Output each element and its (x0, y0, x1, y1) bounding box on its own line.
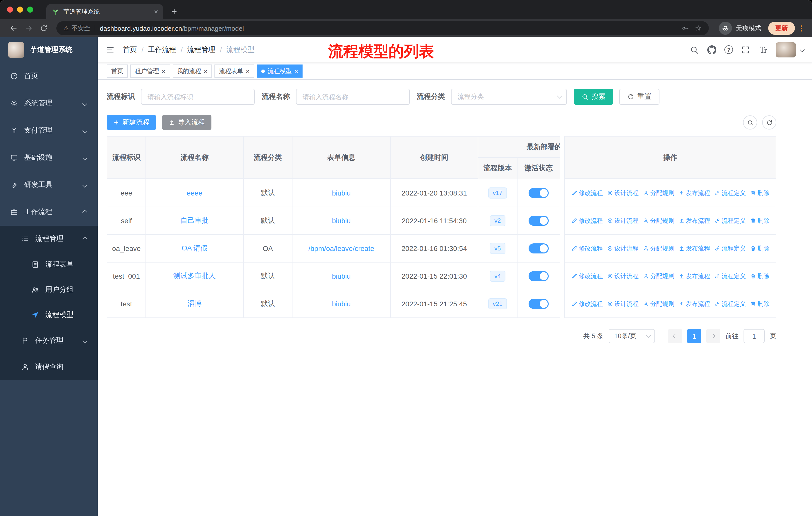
process-name-input[interactable] (296, 89, 410, 105)
action-design[interactable]: 设计流程 (607, 272, 639, 280)
help-button[interactable]: ? (724, 45, 733, 54)
action-delete[interactable]: 删除 (750, 244, 770, 253)
action-define[interactable]: 流程定义 (714, 216, 746, 225)
action-edit[interactable]: 修改流程 (571, 244, 603, 253)
sidebar-item-task-management[interactable]: 任务管理 (0, 328, 98, 354)
form-info-link[interactable]: biubiu (332, 272, 351, 280)
bookmark-star-icon[interactable]: ☆ (695, 24, 702, 33)
tagsview-tab[interactable]: 首页 (107, 64, 128, 78)
form-info-link[interactable]: biubiu (332, 189, 351, 197)
action-edit[interactable]: 修改流程 (571, 189, 603, 197)
action-publish[interactable]: 发布流程 (678, 300, 710, 308)
close-icon[interactable]: × (294, 68, 298, 74)
tagsview-tab[interactable]: 流程模型× (257, 64, 303, 78)
model-name-link[interactable]: 滔博 (187, 299, 202, 308)
action-delete[interactable]: 删除 (750, 216, 770, 225)
breadcrumb-item[interactable]: 工作流程 (148, 45, 176, 54)
action-assign[interactable]: 分配规则 (643, 189, 674, 197)
forward-button[interactable] (21, 24, 36, 33)
status-toggle[interactable] (529, 188, 549, 198)
sidebar-item-process-form[interactable]: 流程表单 (0, 252, 98, 277)
action-assign[interactable]: 分配规则 (643, 216, 674, 225)
sidebar-item-infrastructure[interactable]: 基础设施 (0, 144, 98, 171)
category-select[interactable]: 流程分类 (451, 89, 567, 105)
process-key-input[interactable] (141, 89, 255, 105)
status-toggle[interactable] (529, 216, 549, 226)
sidebar-logo[interactable]: 芋道管理系统 (0, 37, 98, 62)
sidebar-item-payment-management[interactable]: 支付管理 (0, 117, 98, 144)
update-button[interactable]: 更新 (768, 22, 795, 35)
github-button[interactable] (707, 45, 717, 54)
browser-tab[interactable]: 芋道管理系统 × (46, 4, 163, 19)
sidebar-item-process-management[interactable]: 流程管理 (0, 226, 98, 252)
action-define[interactable]: 流程定义 (714, 189, 746, 197)
action-design[interactable]: 设计流程 (607, 216, 639, 225)
new-tab-button[interactable]: + (167, 4, 181, 19)
model-name-link[interactable]: 自己审批 (180, 216, 209, 225)
goto-page-input[interactable] (744, 329, 765, 343)
action-delete[interactable]: 删除 (750, 189, 770, 197)
action-assign[interactable]: 分配规则 (643, 272, 674, 280)
status-toggle[interactable] (529, 299, 549, 309)
breadcrumb-item[interactable]: 首页 (123, 45, 137, 54)
close-icon[interactable]: × (162, 68, 165, 74)
refresh-table-button[interactable] (762, 115, 776, 130)
sidebar-item-dev-tools[interactable]: 研发工具 (0, 171, 98, 198)
action-edit[interactable]: 修改流程 (571, 300, 603, 308)
font-size-button[interactable] (758, 45, 768, 54)
sidebar-item-leave-query[interactable]: 请假查询 (0, 354, 98, 380)
action-publish[interactable]: 发布流程 (678, 272, 710, 280)
action-publish[interactable]: 发布流程 (678, 244, 710, 253)
close-icon[interactable]: × (204, 68, 207, 74)
action-define[interactable]: 流程定义 (714, 300, 746, 308)
action-design[interactable]: 设计流程 (607, 244, 639, 253)
sidebar-item-system-management[interactable]: 系统管理 (0, 90, 98, 117)
menu-kebab-icon[interactable]: ⋮ (797, 23, 806, 33)
form-info-link[interactable]: biubiu (332, 217, 351, 225)
create-process-button[interactable]: 新建流程 (107, 115, 156, 130)
action-delete[interactable]: 删除 (750, 272, 770, 280)
breadcrumb-item[interactable]: 流程管理 (187, 45, 215, 54)
import-process-button[interactable]: 导入流程 (162, 115, 211, 130)
action-edit[interactable]: 修改流程 (571, 272, 603, 280)
action-edit[interactable]: 修改流程 (571, 216, 603, 225)
macos-zoom-button[interactable] (27, 6, 33, 12)
page-number-button[interactable]: 1 (687, 329, 701, 343)
tagsview-tab[interactable]: 我的流程× (172, 64, 212, 78)
tagsview-tab[interactable]: 租户管理× (130, 64, 170, 78)
next-page-button[interactable] (706, 329, 720, 343)
tab-close-icon[interactable]: × (154, 8, 158, 15)
close-icon[interactable]: × (246, 68, 250, 74)
reset-button[interactable]: 重置 (619, 89, 660, 105)
sidebar-item-home[interactable]: 首页 (0, 62, 98, 90)
form-info-link[interactable]: biubiu (332, 300, 351, 308)
macos-minimize-button[interactable] (17, 6, 23, 12)
model-name-link[interactable]: eeee (187, 189, 202, 197)
sidebar-item-user-group[interactable]: 用户分组 (0, 277, 98, 302)
status-toggle[interactable] (529, 271, 549, 281)
security-label[interactable]: 不安全 (71, 24, 90, 32)
form-info-link[interactable]: /bpm/oa/leave/create (308, 244, 374, 252)
sidebar-item-workflow[interactable]: 工作流程 (0, 198, 98, 226)
action-publish[interactable]: 发布流程 (678, 189, 710, 197)
fullscreen-button[interactable] (741, 45, 751, 54)
url-bar[interactable]: ⚠ 不安全 dashboard.yudao.iocoder.cn/bpm/man… (56, 21, 709, 35)
model-name-link[interactable]: OA 请假 (182, 244, 208, 253)
toggle-search-button[interactable] (743, 115, 757, 130)
action-assign[interactable]: 分配规则 (643, 244, 674, 253)
action-publish[interactable]: 发布流程 (678, 216, 710, 225)
prev-page-button[interactable] (668, 329, 682, 343)
user-avatar[interactable] (776, 42, 796, 57)
sidebar-item-process-model[interactable]: 流程模型 (0, 302, 98, 328)
action-design[interactable]: 设计流程 (607, 300, 639, 308)
action-design[interactable]: 设计流程 (607, 189, 639, 197)
key-icon[interactable] (681, 24, 689, 32)
action-assign[interactable]: 分配规则 (643, 300, 674, 308)
back-button[interactable] (6, 24, 21, 33)
search-submit-button[interactable]: 搜索 (574, 89, 613, 105)
macos-close-button[interactable] (7, 6, 13, 12)
reload-button[interactable] (36, 24, 51, 32)
action-delete[interactable]: 删除 (750, 300, 770, 308)
page-size-select[interactable]: 10条/页 (609, 329, 655, 343)
tagsview-tab[interactable]: 流程表单× (214, 64, 254, 78)
